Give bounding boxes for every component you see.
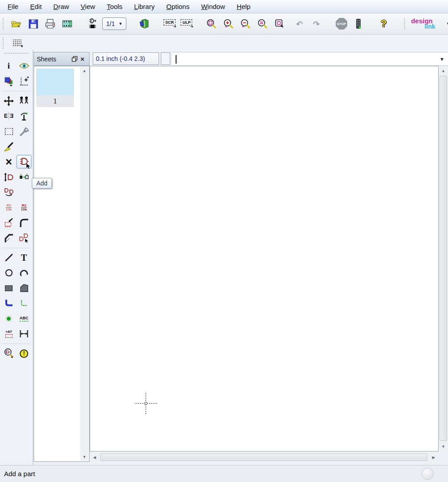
design-link-logo[interactable]: design link [411, 17, 443, 31]
menu-bar: File Edit Draw View Tools Library Option… [0, 0, 448, 13]
scroll-up-button[interactable] [439, 67, 448, 75]
scrollbar-thumb[interactable] [100, 453, 427, 461]
menu-options[interactable]: Options [160, 1, 195, 12]
scroll-right-button[interactable] [430, 453, 438, 461]
print-button[interactable] [43, 17, 57, 31]
menu-help[interactable]: Help [231, 1, 256, 12]
text-tool-button[interactable]: T [17, 251, 31, 264]
mark-origin-icon [19, 76, 29, 86]
zoom-fit-button[interactable] [204, 17, 219, 31]
info-tool-button[interactable]: i [1, 59, 16, 73]
circle-tool-button[interactable] [1, 266, 16, 280]
sheets-scrollbar[interactable] [80, 67, 89, 461]
delete-tool-button[interactable]: × [1, 155, 16, 168]
design-link-dropdown-icon[interactable]: ▼ [446, 21, 448, 26]
palette-separator [0, 245, 33, 250]
toolbar-drag-handle[interactable] [3, 18, 4, 30]
erc-magnifier-icon [4, 348, 14, 359]
dimension-tool-button[interactable] [17, 327, 31, 340]
cam-processor-button[interactable] [60, 17, 74, 31]
erc-tool-button[interactable] [1, 347, 16, 360]
board-switch-button[interactable] [85, 17, 99, 31]
change-tool-button[interactable] [17, 125, 31, 138]
move-tool-button[interactable] [1, 94, 16, 108]
miter-tool-button[interactable] [17, 216, 31, 229]
rotate-tool-button[interactable] [17, 109, 31, 123]
scrollbar-thumb[interactable] [439, 76, 447, 441]
canvas-vertical-scrollbar[interactable] [439, 66, 448, 452]
run-ulp-button[interactable]: ULP ➜ [179, 17, 194, 31]
sheet-list-item[interactable]: 1 [36, 69, 74, 107]
use-library-button[interactable] [137, 17, 151, 31]
wire-tool-button[interactable] [1, 251, 16, 264]
zoom-out-button[interactable] [238, 17, 253, 31]
junction-tool-button[interactable] [1, 312, 16, 325]
menu-draw[interactable]: Draw [47, 1, 75, 12]
zoom-redraw-button[interactable] [272, 17, 287, 31]
mirror-tool-button[interactable]: E Ǝ [1, 109, 16, 123]
command-dropdown-icon[interactable]: ▼ [439, 56, 444, 62]
run-script-button[interactable]: SCR ➜ [162, 17, 177, 31]
errors-icon: ! [20, 349, 28, 358]
undock-panel-button[interactable] [70, 55, 78, 63]
value-icon: R2 10k [21, 204, 27, 211]
group-tool-button[interactable] [1, 125, 16, 138]
value-tool-button[interactable]: R2 10k [17, 201, 31, 214]
menu-window[interactable]: Window [195, 1, 231, 12]
gate-ic-icon [87, 18, 97, 30]
redo-button[interactable]: ↷ [309, 17, 323, 31]
palette-drag-handle[interactable] [4, 53, 28, 55]
open-button[interactable] [9, 17, 23, 31]
save-button[interactable] [26, 17, 40, 31]
menu-library[interactable]: Library [128, 1, 160, 12]
menu-view[interactable]: View [75, 1, 101, 12]
add-tool-button[interactable] [17, 155, 31, 168]
toolbar-drag-handle[interactable] [3, 37, 5, 49]
zoom-in-button[interactable] [221, 17, 236, 31]
status-message: Add a part [4, 470, 35, 478]
undo-button[interactable]: ↶ [292, 17, 306, 31]
sheet-selector-dropdown[interactable]: 1/1 ▼ [102, 17, 126, 30]
pinswap-tool-button[interactable] [1, 170, 16, 184]
copy-icon [19, 96, 30, 105]
menu-edit[interactable]: Edit [24, 1, 47, 12]
label-tool-button[interactable]: ABC [17, 312, 31, 325]
stop-button[interactable]: STOP [334, 17, 349, 31]
canvas-horizontal-scrollbar[interactable] [90, 452, 439, 463]
scroll-down-button[interactable] [80, 453, 89, 461]
menu-tools[interactable]: Tools [101, 1, 128, 12]
zoom-tool-group [202, 17, 289, 31]
copy-tool-button[interactable] [17, 94, 31, 108]
polygon-tool-button[interactable] [17, 281, 31, 295]
stop-sign-icon: STOP [336, 18, 347, 30]
arc-tool-button[interactable] [17, 266, 31, 280]
scroll-up-button[interactable] [80, 67, 89, 75]
grid-button[interactable]: ▼ [9, 36, 25, 50]
rect-tool-button[interactable] [1, 281, 16, 295]
net-tool-button[interactable] [17, 297, 31, 310]
schematic-canvas[interactable] [90, 66, 439, 452]
gateswap-tool-button[interactable] [17, 170, 31, 184]
attribute-tool-button[interactable]: >AT [1, 327, 16, 340]
errors-tool-button[interactable]: ! [17, 347, 31, 360]
replace-tool-button[interactable] [1, 185, 16, 199]
menu-file[interactable]: File [2, 1, 24, 12]
help-button[interactable]: ? [376, 17, 391, 31]
sheet-thumbnail[interactable] [36, 69, 74, 95]
command-input[interactable] [177, 54, 428, 65]
erc-check-button[interactable] [351, 17, 366, 31]
name-tool-button[interactable]: R2 10k [1, 201, 16, 214]
bus-tool-button[interactable] [1, 297, 16, 310]
invoke-tool-button[interactable] [17, 231, 31, 245]
scroll-down-button[interactable] [439, 443, 448, 451]
zoom-select-button[interactable] [255, 17, 270, 31]
cut-tool-button[interactable] [1, 140, 16, 153]
toolbar-drag-handle[interactable] [404, 18, 406, 30]
display-layers-tool-button[interactable] [1, 74, 16, 88]
split-tool-button[interactable] [1, 231, 16, 245]
scroll-left-button[interactable] [90, 453, 99, 461]
smash-tool-button[interactable] [1, 216, 16, 229]
show-tool-button[interactable] [17, 59, 31, 73]
mark-tool-button[interactable] [17, 74, 31, 88]
close-panel-button[interactable]: × [78, 55, 86, 63]
